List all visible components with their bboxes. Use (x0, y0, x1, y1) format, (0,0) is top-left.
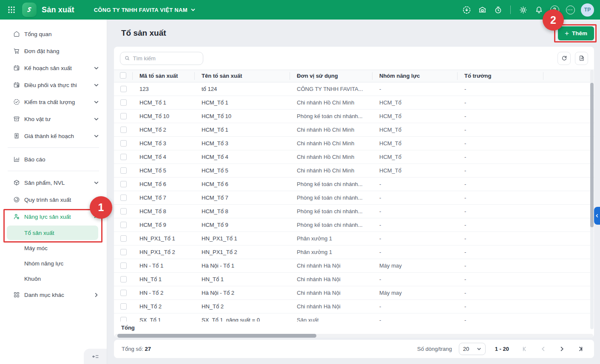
sidebar-item-tong-quan[interactable]: Tổng quan (0, 25, 107, 42)
notifications-bell-icon[interactable] (534, 5, 544, 15)
table-row[interactable]: HCM_Tổ 6HCM_Tổ 6Phòng kế toán chi nhánh.… (114, 178, 594, 191)
next-page-button[interactable] (556, 343, 568, 355)
row-checkbox[interactable] (120, 222, 127, 228)
alarm-clock-icon[interactable] (493, 5, 503, 15)
cell-nhom-nang-luc: - (373, 195, 458, 201)
calendar-clock-icon (13, 81, 20, 89)
rows-per-page-select[interactable]: 20 (459, 343, 486, 355)
row-checkbox[interactable] (120, 181, 127, 187)
table-row[interactable]: HN_PX1_Tổ 1HN_PX1_Tổ 1Phân xưởng 1-- (114, 232, 594, 245)
table-row[interactable]: HN_Tổ 1HN_Tổ 1Chi nhánh Hà Nội-- (114, 273, 594, 286)
sidebar-item-kiem-tra-chat-luong[interactable]: Kiểm tra chất lượng (0, 93, 107, 110)
row-checkbox[interactable] (120, 140, 127, 147)
table-row[interactable]: HCM_Tổ 3HCM_Tổ 3Chi nhánh Hồ Chí MinhHCM… (114, 137, 594, 150)
sidebar-subitem-nhom-nang-luc[interactable]: Nhóm năng lực (0, 256, 107, 271)
warehouse-icon (13, 115, 20, 123)
table-row[interactable]: HN - Tổ 1Hà Nội - Tổ 1Chi nhánh Hà NộiMá… (114, 259, 594, 273)
vertical-scrollbar[interactable] (590, 70, 594, 329)
column-header-on-vi-su-dung[interactable]: Đơn vị sử dụng (290, 72, 373, 80)
row-checkbox[interactable] (120, 262, 127, 269)
row-checkbox[interactable] (120, 113, 127, 119)
row-checkbox[interactable] (120, 290, 127, 296)
column-header-nhom-nang-luc[interactable]: Nhóm năng lực (373, 72, 458, 80)
cell-on-vi-su-dung: Phân xưởng 1 (290, 249, 373, 255)
column-header-to-truong[interactable]: Tổ trưởng (458, 72, 543, 80)
sidebar-item-bao-cao[interactable]: Báo cáo (0, 151, 107, 168)
cell-on-vi-su-dung: CÔNG TY TNHH FAVITA... (290, 86, 373, 92)
table-row[interactable]: HN_Tổ 2HN_Tổ 2Chi nhánh Hà Nội-- (114, 300, 594, 313)
row-checkbox[interactable] (120, 303, 127, 310)
sidebar-item-kho-vat-tu[interactable]: Kho vật tư (0, 110, 107, 127)
row-checkbox[interactable] (120, 208, 127, 214)
row-checkbox[interactable] (120, 167, 127, 174)
help-icon[interactable]: ? (549, 5, 560, 15)
cell-nhom-nang-luc: Máy may (373, 262, 458, 269)
export-button[interactable] (575, 52, 588, 65)
table-row[interactable]: HCM_Tổ 5HCM_Tổ 5Chi nhánh Hồ Chí MinhHCM… (114, 164, 594, 178)
row-checkbox[interactable] (120, 154, 127, 160)
table-row[interactable]: HCM_Tổ 10HCM_Tổ 10Phòng kế toán chi nhán… (114, 110, 594, 123)
cell-to-truong: - (458, 208, 543, 214)
search-box[interactable] (120, 52, 203, 65)
sidebar-subitem-to-san-xuat[interactable]: Tổ sản xuất (7, 226, 98, 240)
table-row[interactable]: HCM_Tổ 9HCM_Tổ 9Phòng kế toán chi nhánh.… (114, 218, 594, 232)
row-checkbox[interactable] (120, 127, 127, 133)
sidebar-item-danh-muc-khac[interactable]: Danh mục khác (0, 286, 107, 303)
table-row[interactable]: SX_Tổ 1SX_Tổ 1_năng suất = 0Sản xuất-- (114, 313, 594, 322)
chevron-down-icon (94, 116, 99, 122)
table-row[interactable]: HN_PX1_Tổ 2HN_PX1_Tổ 2Phân xưởng 1-- (114, 245, 594, 259)
table-row[interactable]: HCM_Tổ 4HCM_Tổ 4Chi nhánh Hồ Chí MinhHCM… (114, 150, 594, 164)
sidebar-item-ieu-phoi-va-thuc-thi[interactable]: Điều phối và thực thi (0, 76, 107, 93)
table-row[interactable]: 123tổ 124CÔNG TY TNHH FAVITA...-- (114, 82, 594, 96)
sidebar: Tổng quanĐơn đặt hàngKế hoạch sản xuấtĐi… (0, 20, 107, 364)
table-row[interactable]: HN - Tổ 2Hà Nội - Tổ 2Chi nhánh Hà NộiMá… (114, 286, 594, 300)
download-icon[interactable] (461, 5, 472, 15)
collapse-sidebar-icon[interactable] (84, 349, 107, 364)
search-input[interactable] (133, 55, 199, 62)
sidebar-subitem-khuon[interactable]: Khuôn (0, 271, 107, 286)
company-building-icon[interactable] (477, 5, 487, 15)
row-checkbox[interactable] (120, 235, 127, 242)
row-checkbox-cell (114, 208, 133, 214)
table-row[interactable]: HCM_Tổ 7HCM_Tổ 7Phòng kế toán chi nhánh.… (114, 191, 594, 205)
more-options-icon[interactable]: ··· (565, 5, 575, 15)
row-checkbox[interactable] (120, 249, 127, 255)
row-checkbox[interactable] (120, 195, 127, 201)
sidebar-item-on-at-hang[interactable]: Đơn đặt hàng (0, 42, 107, 59)
table-row[interactable]: HCM_Tổ 2HCM_Tổ 1Chi nhánh Hồ Chí MinhHCM… (114, 123, 594, 137)
sidebar-item-quy-trinh-san-xuat[interactable]: Quy trình sản xuất (0, 191, 107, 208)
last-page-button[interactable] (574, 343, 586, 355)
row-checkbox-cell (114, 99, 133, 106)
app-grid-icon[interactable] (6, 4, 17, 15)
prev-page-button[interactable] (537, 343, 549, 355)
sidebar-item-san-pham-nvl[interactable]: Sản phẩm, NVL (0, 174, 107, 191)
row-checkbox[interactable] (120, 86, 127, 92)
cell-on-vi-su-dung: Chi nhánh Hồ Chí Minh (290, 140, 373, 147)
sidebar-item-label: Báo cáo (24, 156, 99, 163)
select-all-checkbox[interactable] (120, 72, 126, 79)
side-panel-handle[interactable] (594, 207, 600, 225)
sidebar-item-nang-luc-san-xuat[interactable]: Năng lực sản xuất (0, 208, 107, 225)
table-row[interactable]: HCM_Tổ 8HCM_Tổ 8Phòng kế toán chi nhánh.… (114, 205, 594, 218)
row-checkbox[interactable] (120, 99, 127, 106)
settings-gear-icon[interactable] (518, 5, 528, 15)
cell-to-truong: - (458, 222, 543, 228)
row-checkbox[interactable] (120, 276, 127, 282)
row-checkbox[interactable] (120, 317, 127, 322)
sidebar-item-gia-thanh-ke-hoach[interactable]: Giá thành kế hoạch (0, 127, 107, 144)
company-selector[interactable]: CÔNG TY TNHH FAVITA VIỆT NAM (94, 7, 196, 13)
horizontal-scrollbar[interactable] (115, 334, 593, 338)
add-button[interactable]: + Thêm (558, 26, 594, 40)
column-header-ma-to-san-xuat[interactable]: Mã tổ sản xuất (133, 72, 195, 80)
user-avatar[interactable]: TP (581, 3, 594, 17)
sidebar-item-ke-hoach-san-xuat[interactable]: Kế hoạch sản xuất (0, 59, 107, 76)
cell-on-vi-su-dung: Chi nhánh Hà Nội (290, 262, 373, 269)
sidebar-subitem-may-moc[interactable]: Máy móc (0, 240, 107, 256)
row-checkbox-cell (114, 235, 133, 242)
table-row[interactable]: HCM_Tổ 1HCM_Tổ 1Chi nhánh Hồ Chí MinhHCM… (114, 96, 594, 110)
column-header-ten-to-san-xuat[interactable]: Tên tổ sản xuất (195, 72, 290, 80)
horizontal-scrollbar-thumb[interactable] (117, 334, 316, 338)
first-page-button[interactable] (518, 343, 530, 355)
refresh-button[interactable] (557, 52, 571, 65)
vertical-scrollbar-thumb[interactable] (590, 83, 594, 227)
